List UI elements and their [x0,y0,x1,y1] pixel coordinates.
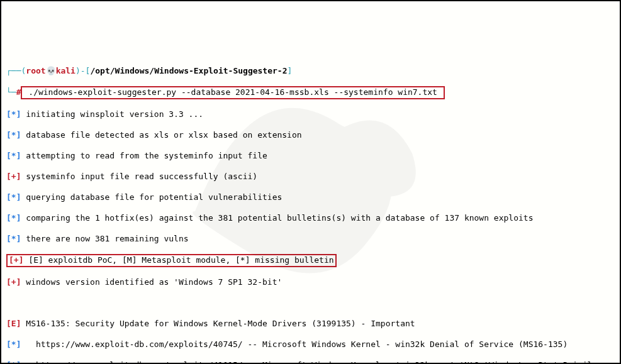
output-line: [*] database file detected as xls or xls… [6,130,615,141]
legend-line: [+] [E] exploitdb PoC, [M] Metasploit mo… [6,255,615,267]
output-line: [+] windows version identified as 'Windo… [6,277,615,288]
command-text: ./windows-exploit-suggester.py --databas… [23,87,442,97]
exploit-header: [E] MS16-135: Security Update for Window… [6,319,615,329]
output-line: [*] there are now 381 remaining vulns [6,234,615,245]
exploit-detail: [*] https://www.exploit-db.com/exploits/… [6,339,615,350]
output-line: [*] initiating winsploit version 3.3 ... [6,109,615,120]
exploit-detail: [*] https://www.exploit-db.com/exploits/… [6,360,615,364]
prompt-line-2[interactable]: └─# ./windows-exploit-suggester.py --dat… [6,87,615,99]
output-line: [+] systeminfo input file read successfu… [6,172,615,182]
output-blank [6,298,615,309]
command-highlight: ./windows-exploit-suggester.py --databas… [21,86,444,99]
output-line: [*] attempting to read from the systemin… [6,151,615,162]
output-line: [*] querying database file for potential… [6,192,615,203]
prompt-line-1: ┌──(root💀kali)-[/opt/Windows/Windows-Exp… [6,66,615,77]
output-line: [*] comparing the 1 hotfix(es) against t… [6,213,615,224]
cwd-path: /opt/Windows/Windows-Exploit-Suggester-2 [90,66,287,75]
